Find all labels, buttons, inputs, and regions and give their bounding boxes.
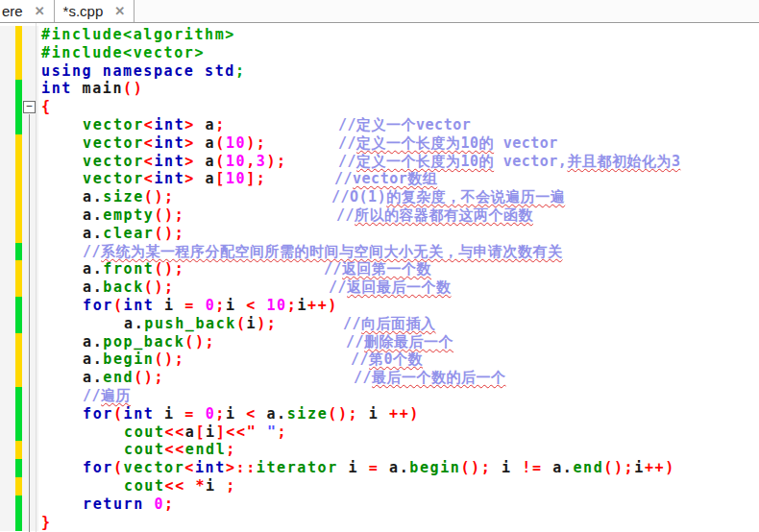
gutter-cell xyxy=(0,405,38,423)
code-text[interactable]: a.size();//O(1)的复杂度，不会说遍历一遍 xyxy=(38,188,759,206)
token: 系统为某一程序分配空间所需的时间与空间大小无关，与申请次数有关 xyxy=(101,243,563,260)
tab-label: *s.cpp xyxy=(63,3,104,19)
token: a. xyxy=(83,351,103,368)
comment-text: 的复杂度，不会说遍历一遍 xyxy=(386,188,565,206)
token: for xyxy=(83,405,113,423)
token: for xyxy=(83,297,113,314)
code-text[interactable]: using namespace std; xyxy=(38,62,759,81)
code-text[interactable]: a.clear(); xyxy=(38,225,759,243)
code-text[interactable]: cout<<endl; xyxy=(38,441,759,459)
code-text[interactable]: vector<int> a[10];//vector数组 xyxy=(38,170,759,188)
code-text[interactable]: cout<<a[i]<<" "; xyxy=(38,423,759,442)
token: #include<algorithm> xyxy=(41,26,235,43)
token: < xyxy=(144,170,155,187)
token xyxy=(185,477,196,495)
change-bar xyxy=(15,116,22,134)
token: << xyxy=(165,477,185,495)
token: a xyxy=(195,170,215,187)
comment-text: vector, xyxy=(494,153,567,170)
token: 10 xyxy=(226,153,246,170)
change-bar xyxy=(15,459,22,477)
token: iterator xyxy=(257,459,338,476)
comment-text: vector xyxy=(494,134,558,152)
comment-text: // xyxy=(343,315,361,332)
code-editor[interactable]: #include<algorithm>#include<vector>using… xyxy=(0,23,759,532)
code-text[interactable]: a.empty();//所以的容器都有这两个函数 xyxy=(38,206,759,225)
change-bar xyxy=(15,315,22,333)
comment-text: 返回最后一个数 xyxy=(347,278,452,296)
token: (); xyxy=(154,351,184,368)
inline-comment: //定义一个长度为10的 vector xyxy=(338,134,558,153)
token: ++) xyxy=(389,405,420,423)
gutter-cell xyxy=(0,459,38,477)
code-text[interactable]: vector<int> a(10,3);//定义一个长度为10的 vector,… xyxy=(38,153,759,171)
token: int xyxy=(124,297,155,314)
token: for xyxy=(83,459,113,476)
code-text[interactable]: #include<vector> xyxy=(38,44,759,62)
code-line: vector<int> a[10];//vector数组 xyxy=(0,170,759,188)
token: (); xyxy=(134,369,164,386)
token: (); xyxy=(144,188,175,206)
token: a xyxy=(185,423,196,441)
code-text[interactable]: #include<algorithm> xyxy=(38,26,759,44)
token: ( xyxy=(113,405,124,423)
code-text[interactable]: a.back();//返回最后一个数 xyxy=(38,278,759,297)
close-icon[interactable]: ✕ xyxy=(114,4,125,18)
code-line: int main() xyxy=(0,80,759,98)
token: using namespace std xyxy=(41,62,235,80)
change-bar xyxy=(15,44,22,62)
token xyxy=(144,496,155,513)
comment-text: 返回第一个数 xyxy=(342,260,431,278)
token: cout xyxy=(124,423,165,441)
token: a. xyxy=(83,260,103,278)
token: end xyxy=(573,459,603,476)
code-text[interactable]: //遍历 xyxy=(38,387,759,405)
code-text[interactable]: vector<int> a(10);//定义一个长度为10的 vector xyxy=(38,134,759,153)
token: i xyxy=(154,405,184,423)
code-text[interactable]: //系统为某一程序分配空间所需的时间与空间大小无关，与申请次数有关 xyxy=(38,243,759,261)
token: < xyxy=(184,459,195,476)
token: i xyxy=(297,297,307,314)
tab-s-cpp[interactable]: *s.cpp ✕ xyxy=(55,0,135,22)
code-text[interactable]: a.begin();//第0个数 xyxy=(38,351,759,369)
token: back xyxy=(103,278,144,296)
code-text[interactable]: int main() xyxy=(38,80,759,98)
token: ; xyxy=(215,116,226,133)
code-text[interactable]: for(vector<int>::iterator i = a.begin();… xyxy=(38,459,759,477)
close-icon[interactable]: ✕ xyxy=(35,4,45,18)
code-text[interactable]: } xyxy=(38,514,759,532)
code-text[interactable]: a.pop_back();//删除最后一个 xyxy=(38,333,759,351)
change-bar xyxy=(15,496,22,514)
tab-label: ere xyxy=(2,3,23,19)
change-bar xyxy=(15,153,22,171)
code-text[interactable]: for(int i = 0;i < a.size(); i ++) xyxy=(38,405,759,423)
comment-text: 最后一个数的后一个 xyxy=(372,369,506,386)
change-bar xyxy=(15,225,22,243)
code-line: //遍历 xyxy=(0,387,759,405)
code-text[interactable]: return 0; xyxy=(38,496,759,514)
code-text[interactable]: cout<< *i ; xyxy=(38,477,759,496)
token: i xyxy=(206,423,216,441)
code-text[interactable]: { xyxy=(38,98,759,116)
code-text[interactable]: a.end();//最后一个数的后一个 xyxy=(38,369,759,387)
token: 0 xyxy=(154,496,164,513)
gutter-cell xyxy=(0,278,38,297)
token: vector xyxy=(83,134,144,152)
comment-text: 所以的容器都有这两个函数 xyxy=(355,206,533,224)
change-bar xyxy=(15,260,22,278)
code-line: cout<< *i ; xyxy=(0,477,759,496)
code-line: a.begin();//第0个数 xyxy=(0,351,759,369)
token: endl xyxy=(185,441,227,458)
code-text[interactable]: vector<int> a;//定义一个vector xyxy=(38,116,759,134)
change-bar xyxy=(15,170,22,188)
tab-ere[interactable]: ere ✕ xyxy=(0,0,55,22)
code-line: a.size();//O(1)的复杂度，不会说遍历一遍 xyxy=(0,188,759,206)
code-line: using namespace std; xyxy=(0,62,759,81)
code-text[interactable]: for(int i = 0;i < 10;i++) xyxy=(38,297,759,315)
gutter-cell xyxy=(0,315,38,333)
code-text[interactable]: a.push_back(i);//向后面插入 xyxy=(38,315,759,333)
token: ( xyxy=(215,134,226,152)
fold-collapse-icon[interactable]: − xyxy=(23,101,36,113)
token: i xyxy=(247,315,257,332)
code-text[interactable]: a.front();//返回第一个数 xyxy=(38,260,759,278)
